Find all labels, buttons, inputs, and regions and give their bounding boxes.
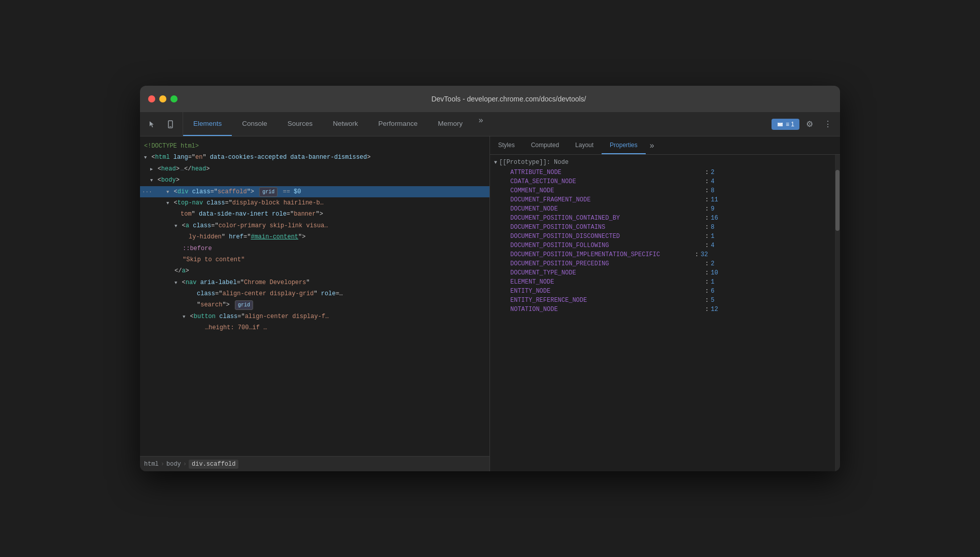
more-subtabs-button[interactable]: » [646,136,658,154]
expand-head-icon[interactable] [150,164,153,174]
dom-tree[interactable]: <!DOCTYPE html> <html lang="en" data-coo… [140,136,489,456]
dom-line-skip-text: "Skip to content" [140,254,489,265]
devtools-window: DevTools - developer.chrome.com/docs/dev… [140,86,840,471]
dom-line-button[interactable]: <button class="align-center display-f… [140,311,489,322]
expand-nav-icon[interactable] [174,277,177,288]
tabbar-tools [140,112,183,136]
prop-row-docfrag: DOCUMENT_FRAGMENT_NODE : 11 [490,195,833,204]
badge-grid: grid [259,187,277,197]
props-panel-body: ▼ [[Prototype]]: Node ATTRIBUTE_NODE : 2… [490,155,840,471]
prop-row-doctype-node: DOCUMENT_TYPE_NODE : 10 [490,268,833,277]
traffic-lights [148,95,178,102]
tab-performance[interactable]: Performance [368,112,428,136]
dom-line-nav[interactable]: <nav aria-label="Chrome Developers" [140,277,489,288]
breadcrumb: html › body › div.scaffold [140,456,489,471]
dom-line-nav-cont2: "search"> grid [140,299,489,310]
tabbar-actions: ≡ 1 ⚙ ⋮ [767,112,840,136]
expand-a-icon[interactable] [174,221,177,231]
more-options-button[interactable]: ⋮ [820,116,836,132]
window-title: DevTools - developer.chrome.com/docs/dev… [186,95,832,103]
scrollbar-track [835,155,840,471]
tab-memory[interactable]: Memory [428,112,473,136]
dom-line-a-cont: ly-hidden" href="#main-content"> [140,231,489,242]
subtabs: Styles Computed Layout Properties » [490,136,840,155]
dom-line-html[interactable]: <html lang="en" data-cookies-accepted da… [140,152,489,163]
prop-row-comment: COMMENT_NODE : 8 [490,186,833,195]
prop-row-entity-ref: ENTITY_REFERENCE_NODE : 5 [490,296,833,305]
dom-line-topnav[interactable]: <top-nav class="display-block hairline-b… [140,197,489,208]
more-tabs-button[interactable]: » [473,112,489,128]
notification-button[interactable]: ≡ 1 [772,119,799,130]
dom-line-body[interactable]: <body> [140,175,489,186]
prop-row-pos-impl-specific: DOCUMENT_POSITION_IMPLEMENTATION_SPECIFI… [490,250,833,259]
prop-row-attribute-node: ATTRIBUTE_NODE : 2 [490,168,833,177]
dom-line-doctype: <!DOCTYPE html> [140,141,489,152]
dots-icon: ··· [142,187,152,196]
prop-row-entity-node: ENTITY_NODE : 6 [490,287,833,296]
expand-html-icon[interactable] [144,152,147,162]
prop-row-pos-contains: DOCUMENT_POSITION_CONTAINS : 8 [490,223,833,232]
main-tabs: Elements Console Sources Network Perform… [183,112,489,136]
subtab-styles[interactable]: Styles [490,136,523,154]
prop-row-pos-contained: DOCUMENT_POSITION_CONTAINED_BY : 16 [490,214,833,223]
expand-scaffold-icon[interactable] [166,187,169,197]
dom-line-scaffold[interactable]: ··· <div class="scaffold"> grid == $0 [140,186,489,197]
proto-expand-icon: ▼ [494,160,497,165]
prop-row-cdata: CDATA_SECTION_NODE : 4 [490,177,833,186]
svg-rect-1 [169,126,171,127]
elements-panel: <!DOCTYPE html> <html lang="en" data-coo… [140,136,490,471]
prop-row-notation-node: NOTATION_NODE : 12 [490,305,833,314]
tab-network[interactable]: Network [323,112,368,136]
proto-section-header[interactable]: ▼ [[Prototype]]: Node [490,157,833,168]
prop-row-pos-disconnected: DOCUMENT_POSITION_DISCONNECTED : 1 [490,232,833,241]
dom-line-nav-cont: class="align-center display-grid" role=… [140,288,489,299]
maximize-button[interactable] [170,95,178,102]
tab-console[interactable]: Console [232,112,277,136]
dom-line-a-close: </a> [140,265,489,276]
titlebar: DevTools - developer.chrome.com/docs/dev… [140,86,840,112]
subtab-properties[interactable]: Properties [602,136,646,154]
mobile-icon[interactable] [162,116,179,132]
tabbar: Elements Console Sources Network Perform… [140,112,840,136]
dom-line-before: ::before [140,243,489,254]
dom-line-topnav-cont: tom" data-side-nav-inert role="banner"> [140,208,489,220]
main-content: <!DOCTYPE html> <html lang="en" data-coo… [140,136,840,471]
dom-line-a[interactable]: <a class="color-primary skip-link visua… [140,220,489,231]
subtab-layout[interactable]: Layout [567,136,602,154]
tab-elements[interactable]: Elements [183,112,232,136]
prop-row-pos-preceding: DOCUMENT_POSITION_PRECEDING : 2 [490,259,833,268]
dom-line-button-cont: …height: 700…if … [140,322,489,333]
breadcrumb-scaffold[interactable]: div.scaffold [189,460,238,469]
cursor-icon[interactable] [144,116,160,132]
prop-row-docnode: DOCUMENT_NODE : 9 [490,204,833,214]
badge-grid-nav: grid [235,300,253,310]
breadcrumb-html[interactable]: html [144,461,159,468]
dom-line-head[interactable]: <head>…</head> [140,163,489,175]
expand-topnav-icon[interactable] [166,198,169,208]
expand-btn-icon[interactable] [183,311,185,322]
scrollbar-thumb[interactable] [835,170,839,231]
properties-panel: Styles Computed Layout Properties » [490,136,840,471]
prop-row-element-node: ELEMENT_NODE : 1 [490,277,833,287]
settings-button[interactable]: ⚙ [801,116,818,132]
subtab-computed[interactable]: Computed [523,136,567,154]
prop-row-pos-following: DOCUMENT_POSITION_FOLLOWING : 4 [490,241,833,250]
breadcrumb-body[interactable]: body [166,461,181,468]
properties-content: ▼ [[Prototype]]: Node ATTRIBUTE_NODE : 2… [490,155,840,471]
tab-sources[interactable]: Sources [277,112,323,136]
expand-body-icon[interactable] [150,175,153,185]
close-button[interactable] [148,95,155,102]
minimize-button[interactable] [159,95,166,102]
